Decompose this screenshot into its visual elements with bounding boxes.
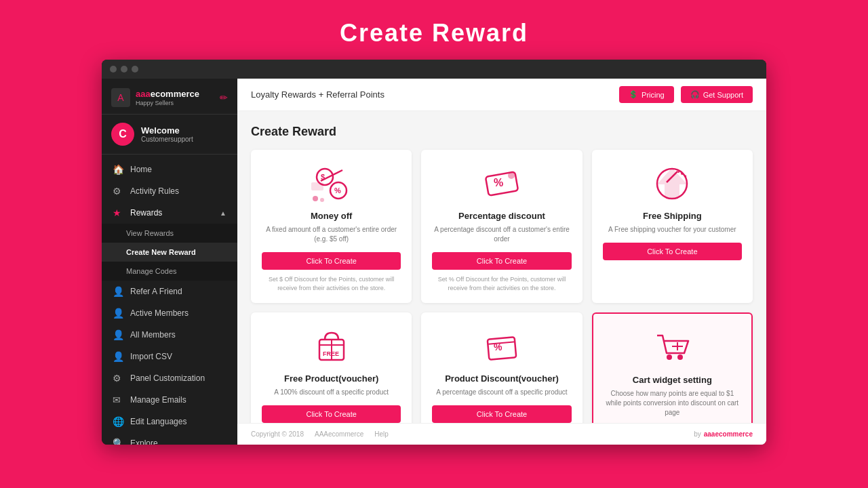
- reward-grid: $ % Money off A fixed amount off a custo…: [251, 150, 753, 423]
- sidebar-item-explore[interactable]: 🔍 Explore: [102, 432, 237, 445]
- support-icon: 🎧: [690, 90, 700, 99]
- avatar: C: [111, 123, 134, 146]
- active-members-icon: 👤: [113, 308, 123, 319]
- sidebar-item-refer-friend-label: Refer A Friend: [130, 287, 182, 296]
- sidebar-item-explore-label: Explore: [130, 439, 158, 445]
- logo-icon: A: [111, 88, 130, 107]
- money-off-icon: $ %: [311, 163, 352, 204]
- reward-card-product-discount: % Product Discount(voucher) A percentage…: [421, 312, 582, 423]
- cart-widget-title: Cart widget setting: [633, 375, 712, 385]
- sidebar-item-edit-languages[interactable]: 🌐 Edit Languages: [102, 411, 237, 432]
- manage-codes-label: Manage Codes: [126, 267, 177, 275]
- sidebar-item-panel-customization-label: Panel Customization: [130, 373, 205, 383]
- footer-bar: Copyright © 2018 AAAecommerce Help by aa…: [237, 423, 766, 445]
- get-support-button[interactable]: 🎧 Get Support: [681, 86, 753, 103]
- sidebar-item-home[interactable]: 🏠 Home: [102, 159, 237, 180]
- sidebar-user: C Welcome Customersupport: [102, 115, 237, 155]
- sidebar-item-refer-friend[interactable]: 👤 Refer A Friend: [102, 281, 237, 302]
- rewards-icon: ★: [113, 207, 123, 218]
- svg-point-22: [667, 354, 672, 360]
- free-product-title: Free Product(voucher): [284, 373, 378, 384]
- browser-dot-1: [110, 66, 117, 73]
- sidebar-item-view-rewards[interactable]: View Rewards: [102, 224, 237, 243]
- sidebar-item-manage-emails[interactable]: ✉ Manage Emails: [102, 389, 237, 411]
- sidebar-logo: A aaaecommerce Happy Sellers ✏: [102, 79, 237, 115]
- create-new-reward-label: Create New Reward: [126, 248, 196, 256]
- pricing-button[interactable]: 💲 Pricing: [619, 86, 674, 103]
- user-name: Welcome: [141, 125, 193, 136]
- cart-widget-icon: [652, 327, 692, 368]
- edit-icon[interactable]: ✏: [220, 92, 228, 103]
- percentage-discount-title: Percentage discount: [458, 211, 545, 221]
- rewards-sub-nav: View Rewards Create New Reward Manage Co…: [102, 224, 237, 281]
- support-label: Get Support: [703, 91, 743, 99]
- activity-rules-icon: ⚙: [113, 186, 123, 197]
- sidebar-item-import-csv[interactable]: 👤 Import CSV: [102, 346, 237, 367]
- free-shipping-desc: A Free shipping voucher for your custome…: [608, 225, 736, 235]
- main-content: Loyalty Rewards + Referral Points 💲 Pric…: [237, 79, 766, 445]
- free-product-icon: FREE: [311, 326, 352, 367]
- page-title: Create Reward: [0, 0, 868, 60]
- reward-card-free-shipping: Free Shipping A Free shipping voucher fo…: [592, 150, 753, 303]
- reward-card-free-product: FREE Free Product(voucher) A 100% discou…: [251, 312, 412, 423]
- footer-company-link[interactable]: AAAecommerce: [315, 430, 363, 438]
- sidebar-item-active-members-label: Active Members: [130, 308, 189, 318]
- money-off-note: Set $ Off Discount for the Points, custo…: [262, 275, 401, 292]
- sidebar-item-rewards-label: Rewards: [130, 208, 162, 218]
- sidebar-item-active-members[interactable]: 👤 Active Members: [102, 302, 237, 324]
- rewards-chevron-icon: ▲: [220, 209, 226, 217]
- footer-brand-name: aaaecommerce: [704, 430, 753, 438]
- money-off-title: Money off: [311, 211, 352, 221]
- sidebar-item-manage-codes[interactable]: Manage Codes: [102, 262, 237, 281]
- brand-name: aaaecommerce: [136, 89, 199, 100]
- svg-text:%: %: [494, 177, 503, 188]
- percentage-discount-note: Set % Off Discount for the Points, custo…: [432, 275, 571, 292]
- svg-point-23: [677, 354, 683, 360]
- sidebar-item-home-label: Home: [130, 165, 152, 174]
- free-product-create-button[interactable]: Click To Create: [262, 405, 401, 423]
- svg-point-6: [313, 196, 318, 201]
- footer-help-link[interactable]: Help: [374, 430, 389, 438]
- reward-card-percentage-discount: % Percentage discount A percentage disco…: [421, 150, 582, 303]
- sidebar-item-panel-customization[interactable]: ⚙ Panel Customization: [102, 367, 237, 389]
- content-area: Create Reward $ %: [237, 111, 766, 423]
- percentage-discount-desc: A percentage discount off a customer's e…: [432, 225, 571, 244]
- pricing-icon: 💲: [629, 90, 638, 99]
- sidebar-item-activity-rules[interactable]: ⚙ Activity Rules: [102, 180, 237, 202]
- sidebar-nav: 🏠 Home ⚙ Activity Rules ★ Rewards ▲ View…: [102, 155, 237, 445]
- percentage-discount-create-button[interactable]: Click To Create: [432, 252, 571, 270]
- edit-languages-icon: 🌐: [113, 416, 123, 427]
- browser-window: A aaaecommerce Happy Sellers ✏ C Welcome…: [102, 60, 766, 445]
- footer-by-text: by: [694, 430, 701, 438]
- browser-dot-3: [132, 66, 138, 73]
- sidebar: A aaaecommerce Happy Sellers ✏ C Welcome…: [102, 79, 237, 445]
- sidebar-item-all-members[interactable]: 👤 All Members: [102, 324, 237, 346]
- panel-customization-icon: ⚙: [113, 373, 123, 384]
- free-shipping-icon: [652, 163, 692, 204]
- import-csv-icon: 👤: [113, 351, 123, 362]
- svg-text:FREE: FREE: [323, 350, 339, 357]
- product-discount-create-button[interactable]: Click To Create: [432, 405, 571, 423]
- sidebar-item-all-members-label: All Members: [130, 330, 176, 340]
- sidebar-item-manage-emails-label: Manage Emails: [130, 395, 186, 405]
- top-bar: Loyalty Rewards + Referral Points 💲 Pric…: [237, 79, 766, 111]
- money-off-create-button[interactable]: Click To Create: [262, 252, 401, 270]
- all-members-icon: 👤: [113, 329, 123, 340]
- top-bar-actions: 💲 Pricing 🎧 Get Support: [619, 86, 753, 103]
- sidebar-item-create-new-reward[interactable]: Create New Reward: [102, 243, 237, 262]
- content-heading: Create Reward: [251, 125, 753, 139]
- money-off-desc: A fixed amount off a customer's entire o…: [262, 225, 401, 244]
- browser-dot-2: [121, 66, 127, 73]
- sidebar-item-rewards[interactable]: ★ Rewards ▲: [102, 202, 237, 224]
- explore-icon: 🔍: [113, 438, 123, 445]
- reward-card-cart-widget: Cart widget setting Choose how many poin…: [592, 312, 753, 423]
- free-shipping-create-button[interactable]: Click To Create: [603, 243, 742, 260]
- refer-friend-icon: 👤: [113, 286, 123, 297]
- browser-bar: [102, 60, 766, 79]
- sidebar-item-edit-languages-label: Edit Languages: [130, 417, 186, 426]
- breadcrumb: Loyalty Rewards + Referral Points: [251, 89, 384, 100]
- brand-sub: Happy Sellers: [136, 100, 199, 106]
- product-discount-icon: %: [481, 326, 522, 367]
- manage-emails-icon: ✉: [113, 394, 123, 405]
- percentage-discount-icon: %: [481, 163, 522, 204]
